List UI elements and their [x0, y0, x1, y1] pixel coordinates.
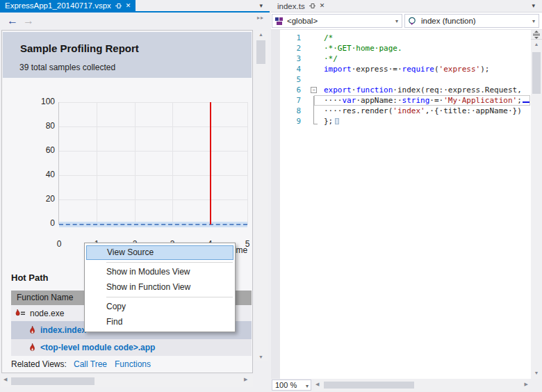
left-tab-strip: ExpressApp1_20140717.vspx ✕ ▾: [0, 0, 270, 13]
menu-item-copy[interactable]: Copy: [86, 300, 233, 314]
scroll-right-icon[interactable]: ▶: [244, 377, 251, 382]
related-views-label: Related Views:: [11, 359, 67, 369]
functions-link[interactable]: Functions: [115, 359, 151, 369]
scroll-down-icon[interactable]: ▼: [254, 353, 268, 361]
call-tree-link[interactable]: Call Tree: [74, 359, 107, 369]
editor-bottom-bar: 100 % ▾ ◀ ▶: [271, 379, 542, 392]
report-header-band: Sample Profiling Report 39 total samples…: [3, 32, 252, 78]
scroll-up-icon[interactable]: ▲: [254, 31, 268, 39]
scroll-right-icon[interactable]: ▶: [525, 382, 528, 387]
scrollbar-thumb[interactable]: [256, 40, 265, 64]
gridline: [59, 199, 247, 200]
profiler-pane: ExpressApp1_20140717.vspx ✕ ▾ ← → ▸▸ Sam…: [0, 0, 270, 392]
right-tab-strip: index.ts ✕ ▾: [271, 0, 542, 13]
report-title: Sample Profiling Report: [20, 42, 139, 54]
forward-arrow-icon[interactable]: →: [23, 15, 34, 27]
chevron-down-icon[interactable]: ▾: [532, 18, 535, 24]
gridline: [59, 151, 247, 152]
scroll-left-icon[interactable]: ◀: [315, 382, 319, 387]
scrollbar-thumb[interactable]: [324, 382, 414, 389]
dashed-baseline: [59, 224, 247, 225]
cpu-baseline-series: [59, 222, 247, 227]
y-tick-60: 60: [28, 145, 55, 155]
menu-item-show-in-modules-view[interactable]: Show in Modules View: [86, 265, 233, 279]
hot-path-row-label: index.index: [40, 325, 86, 335]
scrollbar-thumb[interactable]: [11, 377, 95, 385]
scroll-up-icon[interactable]: ▲: [531, 40, 542, 49]
fold-guide-line: [313, 96, 318, 124]
menu-item-view-source[interactable]: View Source: [86, 245, 233, 260]
gridline: [172, 102, 173, 224]
scroll-left-icon[interactable]: ◀: [3, 377, 10, 382]
pin-icon[interactable]: [115, 3, 122, 9]
hot-path-row-label: <top-level module code>.app: [40, 343, 155, 352]
x-tick-0: 0: [51, 239, 67, 249]
flame-icon: [28, 326, 36, 335]
y-tick-80: 80: [28, 121, 55, 131]
editor-pane: index.ts ✕ ▾ <global> ▾ index (function): [271, 0, 542, 392]
tab-list-dropdown-icon[interactable]: ▾: [259, 2, 263, 9]
cpu-usage-chart: [58, 102, 247, 224]
close-icon[interactable]: ✕: [320, 3, 325, 9]
tab-title: ExpressApp1_20140717.vspx: [5, 1, 111, 10]
code-editor[interactable]: 123456789 − /*·*·GET·home·page.·*/import…: [271, 30, 531, 379]
y-tick-20: 20: [28, 194, 55, 204]
y-tick-100: 100: [28, 97, 55, 106]
tab-title: index.ts: [277, 2, 305, 10]
report-horizontal-scrollbar[interactable]: ◀ ▶: [1, 375, 253, 387]
scrollbar-thumb[interactable]: [532, 52, 541, 94]
fold-collapse-icon[interactable]: −: [311, 87, 317, 93]
report-vertical-scrollbar[interactable]: ▲ ▼: [254, 31, 268, 361]
menu-separator: [106, 262, 233, 263]
pin-icon[interactable]: [309, 3, 315, 9]
editor-vertical-scrollbar[interactable]: ▲ ▼: [531, 30, 542, 379]
chevron-down-icon[interactable]: ▾: [395, 18, 398, 24]
chevron-down-icon[interactable]: ▾: [306, 383, 309, 389]
gridline: [59, 175, 247, 176]
menu-separator: [106, 297, 233, 297]
vs-document-area: ExpressApp1_20140717.vspx ✕ ▾ ← → ▸▸ Sam…: [0, 0, 542, 392]
gridline: [59, 102, 247, 103]
gridline: [97, 102, 97, 224]
hot-path-row-label: node.exe: [30, 309, 64, 318]
y-tick-40: 40: [28, 170, 55, 179]
context-menu: View Source Show in Modules View Show in…: [84, 243, 236, 332]
breakpoint-margin[interactable]: [271, 30, 280, 379]
hot-path-row-top-level-module[interactable]: <top-level module code>.app: [11, 339, 252, 356]
gridline: [247, 102, 248, 224]
menu-item-find[interactable]: Find: [86, 315, 233, 329]
scope-dropdown-value: <global>: [287, 17, 318, 25]
report-subtitle: 39 total samples collected: [19, 63, 115, 72]
editor-horizontal-scrollbar[interactable]: ◀ ▶: [314, 379, 529, 391]
flame-icon: [28, 343, 36, 352]
close-icon[interactable]: ✕: [126, 3, 131, 9]
menu-item-show-in-function-view[interactable]: Show in Function View: [86, 280, 233, 295]
hot-path-root-flame-icon: [15, 309, 26, 318]
code-area[interactable]: /*·*·GET·home·page.·*/import·express·=·r…: [324, 33, 531, 126]
gridline: [135, 102, 136, 224]
cpu-spike-series: [210, 102, 211, 224]
back-arrow-icon[interactable]: ←: [7, 15, 18, 27]
navigation-bar: <global> ▾ index (function) ▾: [271, 13, 542, 30]
zoom-level-value: 100 %: [275, 381, 297, 389]
member-dropdown-value: index (function): [421, 17, 476, 25]
toolbar-overflow-icon[interactable]: ▸▸: [257, 15, 264, 21]
scope-dropdown[interactable]: <global> ▾: [272, 14, 402, 28]
tab-index-ts[interactable]: index.ts ✕: [272, 0, 329, 12]
report-toolbar: ← → ▸▸: [0, 14, 270, 30]
namespace-icon: [275, 17, 283, 25]
gridline: [59, 126, 247, 127]
line-number-gutter[interactable]: 123456789: [280, 33, 307, 126]
tab-list-dropdown-icon[interactable]: ▾: [532, 2, 535, 9]
function-icon: [408, 17, 417, 26]
member-dropdown[interactable]: index (function) ▾: [404, 14, 539, 28]
y-tick-0: 0: [28, 218, 55, 228]
zoom-level-dropdown[interactable]: 100 % ▾: [272, 379, 311, 391]
scroll-down-icon[interactable]: ▼: [531, 369, 542, 377]
splitter-handle-icon[interactable]: [531, 30, 542, 40]
tab-profiling-report[interactable]: ExpressApp1_20140717.vspx ✕: [0, 0, 136, 11]
hot-path-heading: Hot Path: [11, 272, 48, 283]
